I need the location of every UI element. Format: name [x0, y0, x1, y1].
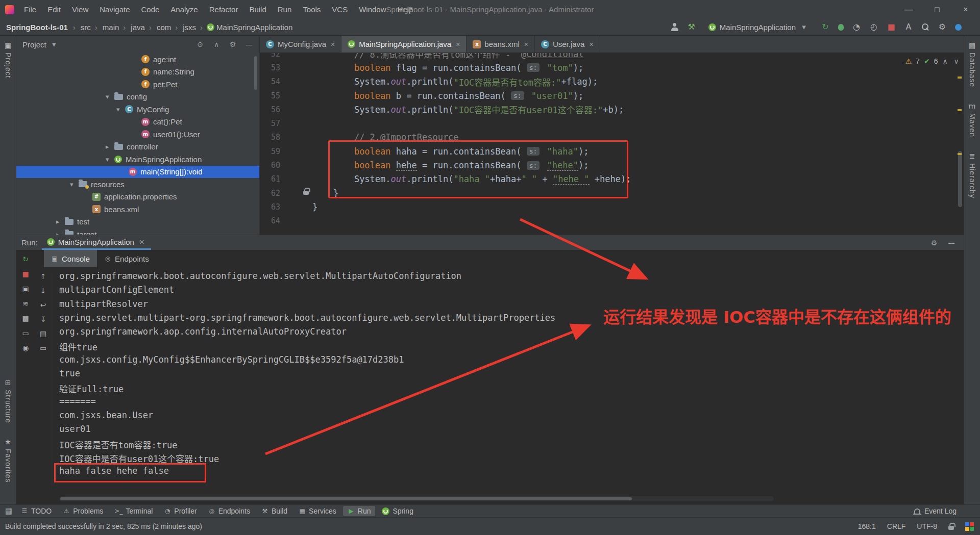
line-number[interactable]: 53: [260, 63, 280, 72]
code-line[interactable]: 59 boolean haha = run.containsBean( s: "…: [260, 144, 964, 158]
code-editor[interactable]: 52 // 8.测试容器中是否有tom这个组件 - @Conditional53…: [260, 53, 964, 235]
breadcrumb-item-main[interactable]: main: [103, 23, 119, 32]
line-number[interactable]: 58: [260, 133, 280, 142]
menu-item-navigate[interactable]: Navigate: [94, 0, 135, 19]
warning-count[interactable]: 7: [916, 57, 920, 65]
tool-button-maven[interactable]: mMaven: [968, 103, 976, 137]
editor-tab-mainspringapplication-java[interactable]: MainSpringApplication.java×: [341, 36, 467, 53]
toolwindows-icon[interactable]: ▦: [4, 507, 13, 515]
translate-icon[interactable]: A: [904, 23, 913, 31]
hide-panel-icon[interactable]: —: [947, 239, 955, 246]
statusbar-tab-terminal[interactable]: >_Terminal: [110, 506, 157, 516]
code-line[interactable]: 53 boolean flag = run.containsBean( s: "…: [260, 61, 964, 74]
editor-tab-beans-xml[interactable]: xbeans.xml×: [467, 36, 535, 53]
statusbar-tab-problems[interactable]: ⚠Problems: [58, 506, 108, 516]
tree-item-main-string-void[interactable]: mmain(String[]):void: [16, 166, 259, 179]
menu-item-refactor[interactable]: Refactor: [204, 0, 244, 19]
line-number[interactable]: 54: [260, 77, 280, 86]
line-number[interactable]: 59: [260, 147, 280, 156]
statusbar-tab-endpoints[interactable]: ◎Endpoints: [204, 506, 255, 516]
menu-item-edit[interactable]: Edit: [42, 0, 66, 19]
event-log-button[interactable]: Event Log: [914, 507, 957, 515]
notifications-icon[interactable]: [955, 24, 962, 31]
code-line[interactable]: 56 System.out.println("IOC容器中是否有user01这个…: [260, 103, 964, 116]
hide-panel-icon[interactable]: —: [245, 41, 253, 48]
soft-wrap-icon[interactable]: ↩: [39, 301, 47, 309]
menu-item-run[interactable]: Run: [272, 0, 298, 19]
chevron-down-icon[interactable]: ▾: [106, 156, 114, 163]
chevron-down-icon[interactable]: ▾: [106, 93, 114, 100]
close-tab-icon[interactable]: ×: [524, 40, 528, 48]
print-icon[interactable]: ▤: [21, 315, 30, 322]
tree-item-myconfig[interactable]: ▾CMyConfig: [16, 103, 259, 116]
line-number[interactable]: 57: [260, 119, 280, 128]
error-stripe-mark[interactable]: [958, 109, 962, 111]
profiler-icon[interactable]: ◴: [869, 23, 878, 31]
down-stack-icon[interactable]: ↓: [39, 287, 47, 294]
statusbar-tab-services[interactable]: ▦Services: [294, 506, 341, 516]
file-encoding[interactable]: UTF-8: [917, 522, 937, 530]
coverage-icon[interactable]: ◔: [852, 23, 861, 31]
tree-item-mainspringapplication[interactable]: ▾MainSpringApplication: [16, 153, 259, 166]
tool-button-favorites[interactable]: ★Favorites: [4, 438, 12, 483]
close-tab-icon[interactable]: ×: [138, 238, 146, 245]
tree-item-user01-user[interactable]: muser01():User: [16, 128, 259, 141]
tool-button-database[interactable]: ▤Database: [968, 42, 976, 87]
line-number[interactable]: 61: [260, 174, 280, 184]
breadcrumb-item-jsxs[interactable]: jsxs: [183, 23, 196, 32]
line-separator[interactable]: CRLF: [887, 522, 906, 530]
menu-item-code[interactable]: Code: [135, 0, 165, 19]
chevron-right-icon[interactable]: ▸: [56, 231, 65, 235]
locate-file-icon[interactable]: ⊙: [196, 41, 204, 48]
statusbar-tab-run[interactable]: ▶Run: [343, 506, 376, 516]
error-stripe-mark[interactable]: [958, 153, 962, 155]
print-icon[interactable]: ▤: [39, 330, 47, 337]
code-line[interactable]: 60 boolean hehe = run.containsBean( s: "…: [260, 158, 964, 172]
user-icon[interactable]: [671, 23, 679, 31]
tree-item-age-int[interactable]: fage:int: [16, 53, 259, 66]
up-stack-icon[interactable]: ↑: [39, 273, 47, 280]
next-issue-icon[interactable]: ∨: [952, 58, 961, 65]
tree-item-cat-pet[interactable]: mcat():Pet: [16, 116, 259, 129]
editor-scrollbar[interactable]: [958, 151, 962, 207]
console-horizontal-scrollbar[interactable]: [59, 496, 774, 501]
close-tab-icon[interactable]: ×: [456, 40, 460, 48]
tab-endpoints[interactable]: ◎Endpoints: [97, 250, 156, 267]
settings-icon[interactable]: ⚙: [938, 23, 947, 31]
menu-item-build[interactable]: Build: [243, 0, 272, 19]
close-button[interactable]: ×: [951, 0, 980, 19]
breadcrumb-item-src[interactable]: src: [81, 23, 91, 32]
tree-item-resources[interactable]: ▾resources: [16, 178, 259, 191]
code-line[interactable]: 57: [260, 116, 964, 130]
line-number[interactable]: 64: [260, 216, 280, 225]
read-only-lock-icon[interactable]: [948, 526, 954, 530]
pin-icon[interactable]: ◉: [21, 344, 30, 351]
code-line[interactable]: 61 System.out.println("haha "+haha+" " +…: [260, 172, 964, 186]
run-tab[interactable]: MainSpringApplication ×: [42, 235, 151, 250]
breadcrumb-root[interactable]: SpringBoot-ls-01: [6, 23, 68, 32]
stop-icon[interactable]: ■: [887, 23, 896, 31]
line-number[interactable]: 62: [260, 189, 280, 198]
code-line[interactable]: 58 // 2.@ImportResource: [260, 131, 964, 144]
clear-all-icon[interactable]: ▭: [39, 344, 47, 351]
tree-item-target[interactable]: ▸target: [16, 228, 259, 235]
tree-item-config[interactable]: ▾config: [16, 91, 259, 104]
code-line[interactable]: 55 boolean b = run.containsBean( s: "use…: [260, 89, 964, 103]
rerun-icon[interactable]: ↻: [21, 256, 30, 263]
passed-count[interactable]: 6: [934, 57, 938, 65]
code-line[interactable]: 64: [260, 214, 964, 228]
close-tab-icon[interactable]: ×: [331, 40, 335, 48]
caret-position[interactable]: 168:1: [858, 522, 876, 530]
tool-button-hierarchy[interactable]: ≣Hierarchy: [968, 152, 976, 198]
rerun-icon[interactable]: ↻: [821, 23, 830, 31]
statusbar-tab-profiler[interactable]: ◔Profiler: [159, 506, 201, 516]
stop-icon[interactable]: ■: [21, 270, 30, 277]
code-line[interactable]: 54 System.out.println("IOC容器是否有tom容器:"+f…: [260, 75, 964, 89]
tree-item-pet-pet[interactable]: fpet:Pet: [16, 78, 259, 91]
line-number[interactable]: 55: [260, 91, 280, 100]
settings-icon[interactable]: ⚙: [229, 41, 237, 48]
tree-item-name-string[interactable]: fname:String: [16, 66, 259, 79]
maximize-button[interactable]: □: [923, 0, 951, 19]
debug-icon[interactable]: [838, 24, 844, 31]
clear-icon[interactable]: ▭: [21, 329, 30, 337]
